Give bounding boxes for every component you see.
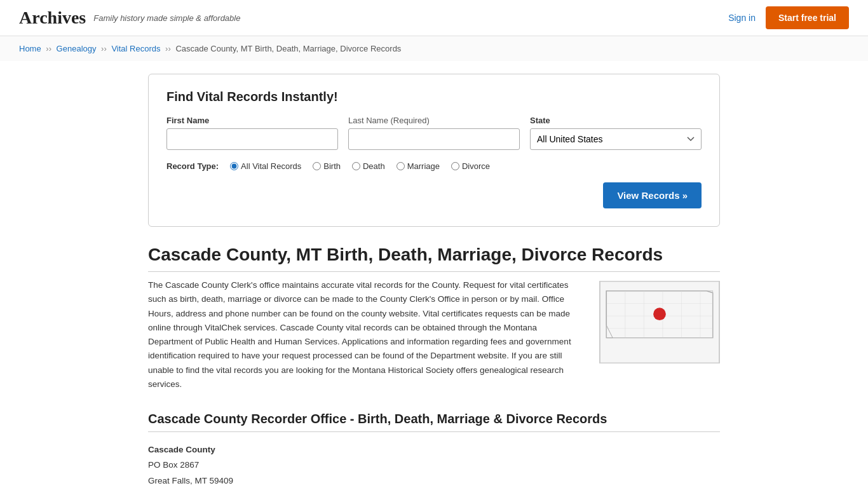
map-container	[599, 281, 720, 391]
radio-marriage[interactable]: Marriage	[397, 161, 440, 171]
header-left: Archives Family history made simple & af…	[19, 8, 240, 28]
breadcrumb-home[interactable]: Home	[19, 44, 41, 53]
breadcrumb-genealogy[interactable]: Genealogy	[57, 44, 97, 53]
montana-map	[599, 281, 720, 363]
radio-death-label: Death	[363, 161, 385, 171]
state-select[interactable]: All United States Montana	[530, 128, 702, 150]
first-name-input[interactable]	[166, 128, 338, 150]
main-content: Find Vital Records Instantly! First Name…	[129, 61, 739, 488]
site-tagline: Family history made simple & affordable	[93, 13, 240, 23]
last-name-label: Last Name (Required)	[348, 116, 520, 125]
content-section: The Cascade County Clerk's office mainta…	[148, 278, 720, 391]
search-box: Find Vital Records Instantly! First Name…	[148, 74, 720, 227]
radio-birth-label: Birth	[323, 161, 341, 171]
recorder-section-heading: Cascade County Recorder Office - Birth, …	[148, 412, 720, 432]
record-type-row: Record Type: All Vital Records Birth Dea…	[166, 161, 702, 171]
last-name-group: Last Name (Required)	[348, 116, 520, 150]
record-type-label: Record Type:	[166, 161, 219, 171]
radio-all-vital-label: All Vital Records	[241, 161, 301, 171]
office-name: Cascade County	[148, 442, 720, 458]
radio-death[interactable]: Death	[352, 161, 385, 171]
breadcrumb: Home ›› Genealogy ›› Vital Records ›› Ca…	[0, 36, 868, 61]
breadcrumb-current: Cascade County, MT Birth, Death, Marriag…	[175, 44, 401, 53]
breadcrumb-sep-2: ››	[101, 44, 109, 53]
first-name-label: First Name	[166, 116, 338, 125]
radio-death-input[interactable]	[352, 162, 360, 170]
radio-all-vital-input[interactable]	[230, 162, 238, 170]
start-trial-button[interactable]: Start free trial	[766, 6, 849, 29]
view-records-button[interactable]: View Records »	[603, 182, 702, 208]
radio-divorce-input[interactable]	[451, 162, 459, 170]
header-right: Sign in Start free trial	[728, 6, 849, 29]
site-header: Archives Family history made simple & af…	[0, 0, 868, 36]
search-title: Find Vital Records Instantly!	[166, 90, 702, 104]
state-label: State	[530, 116, 702, 125]
radio-birth[interactable]: Birth	[313, 161, 341, 171]
radio-divorce-label: Divorce	[462, 161, 490, 171]
state-group: State All United States Montana	[530, 116, 702, 150]
radio-birth-input[interactable]	[313, 162, 321, 170]
office-info: Cascade County PO Box 2867 Great Falls, …	[148, 442, 720, 488]
breadcrumb-sep-1: ››	[46, 44, 53, 53]
breadcrumb-sep-3: ››	[165, 44, 173, 53]
radio-all-vital[interactable]: All Vital Records	[230, 161, 301, 171]
radio-divorce[interactable]: Divorce	[451, 161, 490, 171]
radio-marriage-label: Marriage	[407, 161, 440, 171]
office-address2: Great Falls, MT 59409	[148, 473, 720, 488]
svg-rect-0	[600, 281, 719, 363]
page-body-text: The Cascade County Clerk's office mainta…	[148, 278, 584, 391]
svg-point-11	[653, 308, 666, 320]
search-fields: First Name Last Name (Required) State Al…	[166, 116, 702, 150]
last-name-input[interactable]	[348, 128, 520, 150]
site-logo: Archives	[19, 8, 86, 28]
breadcrumb-vital-records[interactable]: Vital Records	[111, 44, 160, 53]
office-address1: PO Box 2867	[148, 458, 720, 473]
radio-marriage-input[interactable]	[397, 162, 405, 170]
sign-in-link[interactable]: Sign in	[728, 13, 756, 23]
first-name-group: First Name	[166, 116, 338, 150]
page-heading: Cascade County, MT Birth, Death, Marriag…	[148, 245, 720, 272]
